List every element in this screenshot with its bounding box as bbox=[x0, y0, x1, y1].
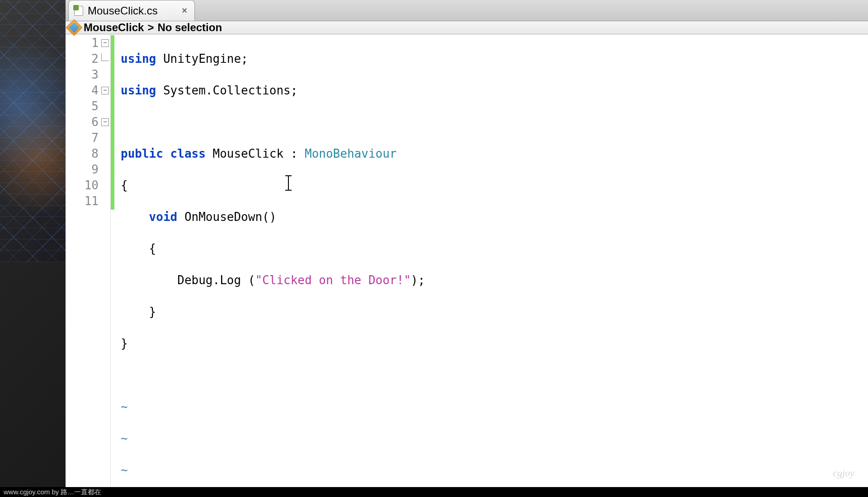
file-tab[interactable]: MouseClick.cs × bbox=[68, 0, 195, 21]
line-number: 9 bbox=[79, 162, 101, 178]
csharp-file-icon bbox=[74, 6, 83, 16]
line-number: 2 bbox=[79, 51, 101, 67]
chevron-right-icon: > bbox=[146, 21, 156, 34]
line-number: 1 bbox=[79, 35, 101, 51]
empty-line-tilde: ~ bbox=[121, 400, 128, 413]
modified-lines-marker bbox=[111, 35, 114, 210]
code-text: { bbox=[121, 242, 156, 255]
line-number: 3 bbox=[79, 67, 101, 83]
code-text: Debug.Log ( bbox=[121, 273, 255, 287]
wireframe-overlay bbox=[0, 0, 66, 262]
line-number-gutter: 1− 2 3 4− 5 6− 7 8 9 10 11 bbox=[66, 34, 111, 497]
line-number: 11 bbox=[79, 193, 101, 209]
keyword-public: public bbox=[121, 147, 163, 160]
keyword-using: using bbox=[121, 52, 156, 66]
breadcrumb-selection[interactable]: No selection bbox=[157, 21, 222, 34]
empty-line-tilde: ~ bbox=[121, 463, 128, 477]
code-text: UnityEngine; bbox=[156, 52, 248, 66]
footer-credit: www.cgjoy.com by 路…一直都在 bbox=[0, 487, 868, 497]
code-text: { bbox=[121, 178, 128, 192]
text-cursor bbox=[288, 176, 289, 190]
line-number: 6 bbox=[79, 114, 101, 130]
code-text: ); bbox=[411, 273, 425, 287]
fold-toggle[interactable]: − bbox=[101, 39, 109, 47]
class-icon bbox=[66, 19, 83, 36]
type-name: MonoBehaviour bbox=[305, 147, 397, 160]
string-literal: "Clicked on the Door!" bbox=[255, 273, 410, 287]
tab-bar: MouseClick.cs × bbox=[66, 0, 868, 21]
code-text: } bbox=[121, 305, 156, 319]
fold-end-icon bbox=[101, 53, 109, 61]
code-text: MouseClick : bbox=[206, 147, 305, 160]
watermark: cgjoy bbox=[833, 467, 854, 479]
code-text-area[interactable]: using UnityEngine; using System.Collecti… bbox=[116, 34, 868, 497]
scene-preview bbox=[0, 0, 66, 262]
unity-preview-panel bbox=[0, 0, 66, 497]
code-area: 1− 2 3 4− 5 6− 7 8 9 10 11 using UnityEn… bbox=[66, 34, 868, 497]
line-number: 7 bbox=[79, 130, 101, 146]
code-text: } bbox=[121, 337, 128, 350]
tab-filename: MouseClick.cs bbox=[88, 5, 158, 17]
empty-line-tilde: ~ bbox=[121, 431, 128, 445]
keyword-using: using bbox=[121, 84, 156, 97]
line-number: 4 bbox=[79, 83, 101, 98]
close-icon[interactable]: × bbox=[182, 5, 187, 16]
fold-toggle[interactable]: − bbox=[101, 118, 109, 126]
breadcrumb-class[interactable]: MouseClick bbox=[84, 21, 144, 34]
line-number: 10 bbox=[79, 178, 101, 193]
fold-toggle[interactable]: − bbox=[101, 87, 109, 94]
line-number: 5 bbox=[79, 98, 101, 114]
keyword-void: void bbox=[121, 210, 177, 224]
code-editor-panel: MouseClick.cs × MouseClick > No selectio… bbox=[66, 0, 868, 497]
keyword-class: class bbox=[163, 147, 206, 160]
code-text: OnMouseDown() bbox=[177, 210, 276, 224]
change-indicator-bar bbox=[111, 34, 116, 497]
code-text: System.Collections; bbox=[156, 84, 297, 97]
breadcrumb[interactable]: MouseClick > No selection bbox=[66, 21, 868, 34]
line-number: 8 bbox=[79, 146, 101, 162]
